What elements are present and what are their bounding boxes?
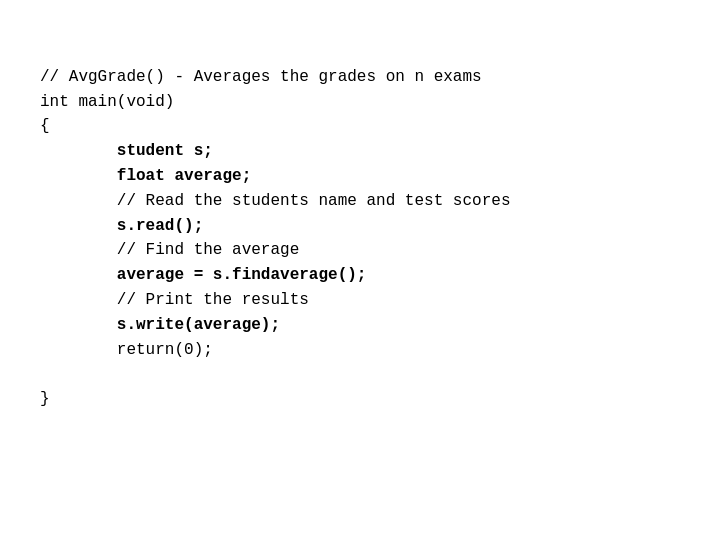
code-line-line14: }: [40, 387, 680, 412]
code-line-line4: student s;: [40, 139, 680, 164]
code-block: // AvgGrade() - Averages the grades on n…: [0, 0, 720, 452]
code-line-line3: {: [40, 114, 680, 139]
code-line-line11: s.write(average);: [40, 313, 680, 338]
code-line-line13: [40, 362, 680, 387]
code-line-line5: float average;: [40, 164, 680, 189]
code-line-line1: // AvgGrade() - Averages the grades on n…: [40, 65, 680, 90]
code-line-line10: // Print the results: [40, 288, 680, 313]
code-line-line6: // Read the students name and test score…: [40, 189, 680, 214]
code-line-line2: int main(void): [40, 90, 680, 115]
code-line-line9: average = s.findaverage();: [40, 263, 680, 288]
code-line-line12: return(0);: [40, 338, 680, 363]
code-line-line7: s.read();: [40, 214, 680, 239]
code-line-line8: // Find the average: [40, 238, 680, 263]
